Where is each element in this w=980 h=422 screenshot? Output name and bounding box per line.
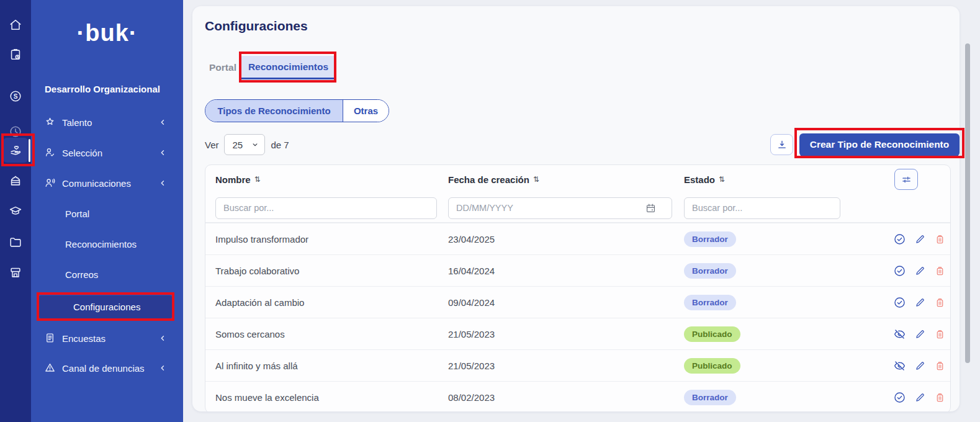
sidebar-subitem-portal[interactable]: Portal bbox=[31, 204, 183, 223]
chevron-left-icon bbox=[158, 148, 167, 157]
row-created-date: 21/05/2023 bbox=[438, 329, 674, 339]
table-row: Impulso transformador 23/04/2025 Borrado… bbox=[205, 223, 950, 254]
sidebar-item-talento[interactable]: Talento bbox=[31, 113, 183, 132]
sliders-icon bbox=[901, 174, 912, 186]
pencil-icon bbox=[914, 360, 926, 372]
search-fecha-input[interactable] bbox=[448, 197, 672, 219]
sidebar-item-label: Portal bbox=[65, 209, 89, 219]
pencil-icon bbox=[914, 392, 926, 403]
row-created-date: 16/04/2024 bbox=[438, 266, 674, 276]
warning-triangle-icon bbox=[44, 362, 56, 374]
delete-button[interactable] bbox=[934, 297, 946, 308]
delete-button[interactable] bbox=[934, 265, 946, 277]
sort-icon[interactable]: ⇅ bbox=[254, 175, 261, 184]
unpublish-toggle-button[interactable] bbox=[893, 328, 906, 341]
content-card: Configuraciones Portal Reconocimientos T… bbox=[192, 6, 960, 411]
row-name: Somos cercanos bbox=[205, 329, 438, 339]
edit-button[interactable] bbox=[914, 328, 926, 340]
edit-button[interactable] bbox=[914, 233, 926, 245]
user-voice-icon bbox=[44, 177, 56, 189]
sidebar-item-seleccion[interactable]: Selección bbox=[31, 143, 183, 162]
subtab-tipos-de-reconocimiento[interactable]: Tipos de Reconocimiento bbox=[205, 100, 343, 122]
sidebar-item-comunicaciones[interactable]: Comunicaciones bbox=[31, 174, 183, 192]
sidebar-item-label: Configuraciones bbox=[73, 302, 140, 312]
delete-button[interactable] bbox=[934, 392, 946, 403]
table-row: Trabajo colaborativo 16/04/2024 Borrador bbox=[205, 254, 950, 286]
marketplace-shelf-icon[interactable] bbox=[0, 259, 31, 286]
sidebar-section-title: Desarrollo Organizacional bbox=[45, 84, 160, 94]
chevron-down-icon bbox=[251, 140, 259, 149]
check-circle-icon bbox=[893, 296, 906, 309]
publish-toggle-button[interactable] bbox=[893, 296, 906, 309]
status-badge: Borrador bbox=[684, 263, 736, 279]
eye-off-icon bbox=[893, 359, 906, 372]
sidebar-item-label: Talento bbox=[62, 117, 92, 128]
main-area: Configuraciones Portal Reconocimientos T… bbox=[183, 0, 980, 422]
sidebar-subitem-configuraciones[interactable]: Configuraciones bbox=[39, 295, 172, 318]
edit-button[interactable] bbox=[914, 392, 926, 403]
row-created-date: 21/05/2023 bbox=[438, 361, 674, 371]
sort-icon[interactable]: ⇅ bbox=[719, 175, 725, 184]
publish-toggle-button[interactable] bbox=[893, 391, 906, 404]
recognition-hand-heart-icon[interactable] bbox=[0, 137, 31, 164]
status-badge: Borrador bbox=[684, 231, 736, 247]
edit-button[interactable] bbox=[914, 360, 926, 372]
pencil-icon bbox=[914, 265, 926, 277]
pencil-icon bbox=[914, 328, 926, 340]
column-header-fecha[interactable]: Fecha de creación⇅ bbox=[438, 174, 674, 185]
sidebar-subitem-reconocimientos[interactable]: Reconocimientos bbox=[31, 235, 183, 253]
sort-icon[interactable]: ⇅ bbox=[533, 175, 539, 184]
edit-button[interactable] bbox=[914, 265, 926, 277]
sidebar-item-label: Correos bbox=[65, 269, 98, 280]
table-row: Adaptación al cambio 09/04/2024 Borrador bbox=[205, 286, 950, 318]
view-label: Ver bbox=[205, 140, 219, 150]
sidebar-item-label: Reconocimientos bbox=[65, 239, 137, 249]
tab-portal[interactable]: Portal bbox=[205, 56, 241, 79]
column-header-estado[interactable]: Estado⇅ bbox=[674, 174, 888, 185]
column-header-nombre[interactable]: Nombre⇅ bbox=[205, 174, 438, 185]
delete-button[interactable] bbox=[934, 328, 946, 340]
row-created-date: 23/04/2025 bbox=[438, 234, 674, 245]
check-circle-icon bbox=[893, 264, 906, 277]
payroll-money-icon[interactable]: S bbox=[0, 83, 31, 110]
training-cap-icon[interactable] bbox=[0, 197, 31, 225]
delete-button[interactable] bbox=[934, 360, 946, 372]
row-name: Nos mueve la excelencia bbox=[205, 392, 438, 403]
sidebar-item-label: Canal de denuncias bbox=[62, 363, 145, 374]
sidebar-item-canal-denuncias[interactable]: Canal de denuncias bbox=[31, 359, 183, 377]
status-badge: Borrador bbox=[684, 295, 736, 310]
publish-toggle-button[interactable] bbox=[893, 233, 906, 246]
page-size-select[interactable]: 25 bbox=[224, 134, 265, 155]
sidebar-subitem-correos[interactable]: Correos bbox=[31, 265, 183, 284]
download-button[interactable] bbox=[770, 134, 793, 155]
edit-button[interactable] bbox=[914, 297, 926, 308]
home-icon[interactable] bbox=[0, 11, 31, 38]
row-name: Al infinito y más allá bbox=[205, 361, 438, 371]
buk-logo: ·buk· bbox=[31, 20, 183, 47]
chevron-left-icon bbox=[158, 118, 167, 127]
trash-icon bbox=[934, 328, 946, 340]
search-estado-input[interactable] bbox=[684, 197, 840, 219]
sidebar-item-encuestas[interactable]: Encuestas bbox=[31, 329, 183, 348]
trash-icon bbox=[934, 392, 946, 403]
publish-toggle-button[interactable] bbox=[893, 264, 906, 277]
controls-row: Ver 25 de 7 Crear Tipo de Reconocimiento bbox=[205, 132, 960, 157]
create-tipo-reconocimiento-button[interactable]: Crear Tipo de Reconocimiento bbox=[799, 133, 960, 156]
trash-icon bbox=[934, 297, 946, 308]
status-badge: Borrador bbox=[684, 390, 736, 405]
page-scrollbar-thumb[interactable] bbox=[965, 43, 970, 363]
search-nombre-input[interactable] bbox=[215, 197, 437, 219]
unpublish-toggle-button[interactable] bbox=[893, 359, 906, 372]
delete-button[interactable] bbox=[934, 233, 946, 245]
tab-bar: Portal Reconocimientos bbox=[205, 56, 336, 79]
sidebar-item-label: Selección bbox=[62, 148, 102, 158]
tab-reconocimientos[interactable]: Reconocimientos bbox=[241, 56, 336, 79]
celebrations-icon[interactable] bbox=[0, 167, 31, 194]
sidebar-item-label: Encuestas bbox=[62, 333, 106, 344]
page-title: Configuraciones bbox=[205, 19, 308, 34]
documents-folder-icon[interactable] bbox=[0, 228, 31, 256]
subtab-otras[interactable]: Otras bbox=[343, 100, 389, 122]
clipboard-schedule-icon[interactable] bbox=[0, 41, 31, 68]
trash-icon bbox=[934, 360, 946, 372]
column-settings-button[interactable] bbox=[894, 169, 918, 190]
